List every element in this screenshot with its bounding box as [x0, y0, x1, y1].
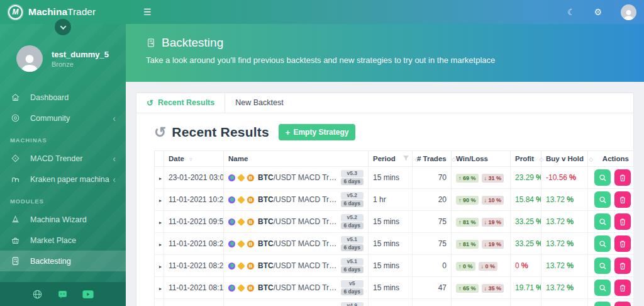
- settings-gear-icon[interactable]: ⚙: [594, 8, 602, 16]
- row-expander-icon[interactable]: ▸: [159, 176, 162, 181]
- trash-icon: [619, 218, 626, 226]
- bitcoin-icon: B: [247, 241, 254, 247]
- page-subtitle: Take a look around you'll find previous …: [146, 55, 644, 65]
- column-header-date[interactable]: Date ▿: [164, 151, 224, 167]
- delete-result-button[interactable]: [614, 302, 631, 306]
- loss-badge: ↓ 0 %: [479, 262, 498, 271]
- sidebar-item-machina-wizard[interactable]: Machina Wizard: [0, 209, 126, 230]
- profile-avatar[interactable]: [16, 45, 43, 72]
- strategy-name: BTC/USDT MACD Trender (Copy): [258, 217, 339, 226]
- profit-cell: 0%: [511, 255, 541, 277]
- sort-icon[interactable]: ◇: [452, 156, 456, 162]
- row-expander-cell: ▸: [155, 277, 164, 299]
- dark-mode-moon-icon[interactable]: ☾: [567, 8, 575, 16]
- sort-icon[interactable]: ▿: [189, 156, 192, 162]
- column-header-winloss[interactable]: Win/Loss: [452, 151, 511, 167]
- content-area: ↺ Recent Results New Backtest ↺ Recent R…: [126, 82, 644, 306]
- view-result-button[interactable]: [594, 235, 611, 252]
- user-avatar[interactable]: [621, 4, 636, 20]
- view-result-button[interactable]: [594, 280, 611, 296]
- name-cell: B BTC/USDT MACD Trender (Copy) v5.1 6 da…: [224, 233, 369, 255]
- person-icon: [622, 8, 635, 20]
- percent-icon: %: [567, 217, 574, 226]
- delete-result-button[interactable]: [614, 191, 631, 208]
- delete-result-button[interactable]: [614, 280, 631, 296]
- profile-collapse-chevron-icon[interactable]: [55, 19, 71, 35]
- win-badge: ↑ 81 %: [456, 218, 479, 227]
- win-badge: ↑ 90 %: [456, 196, 479, 205]
- date-cell: 11-01-2021 10:29: [164, 189, 224, 211]
- actions-cell: [588, 277, 634, 299]
- percent-icon: %: [567, 239, 574, 248]
- macd-trender-icon: [10, 154, 21, 163]
- tab-new-backtest[interactable]: New Backtest: [225, 93, 293, 113]
- sort-icon[interactable]: ◇: [589, 156, 593, 162]
- bitcoin-icon: B: [247, 263, 254, 269]
- column-header-name[interactable]: Name: [224, 151, 369, 167]
- table-row: ▸ 11-01-2021 09:53 B BTC/USDT MACD Trend…: [155, 211, 634, 233]
- percent-icon: %: [536, 239, 541, 248]
- backtesting-icon: [146, 38, 156, 48]
- column-header-trades[interactable]: # Trades ◇: [413, 151, 452, 167]
- altcoin-icon: [228, 263, 235, 269]
- sidebar-item-kraken-paper-machina[interactable]: Kraken paper machina ‹: [0, 169, 126, 190]
- sidebar-item-dashboard[interactable]: Dashboard: [0, 87, 126, 108]
- globe-icon[interactable]: [32, 289, 43, 300]
- binance-coin-icon: [237, 196, 245, 204]
- sidebar-item-market-place[interactable]: Market Place: [0, 230, 126, 251]
- profile-text: test_dummy_5 Bronze: [52, 50, 109, 68]
- view-result-button[interactable]: [594, 302, 611, 306]
- winloss-cell: ↑ 69 %↓ 31 %: [452, 167, 511, 189]
- history-icon: ↺: [154, 125, 166, 140]
- top-bar-icons: ☾ ⚙: [567, 4, 636, 20]
- version-badge: v5.1 6 days: [341, 258, 364, 273]
- column-header-period[interactable]: Period ◇: [369, 151, 413, 167]
- view-result-button[interactable]: [594, 191, 611, 208]
- period-cell: 1 hr: [369, 189, 413, 211]
- basket-icon: [10, 235, 21, 245]
- version-badge: v5.1 6 days: [341, 236, 364, 251]
- percent-icon: %: [521, 261, 528, 270]
- altcoin-icon: [228, 241, 235, 247]
- row-expander-icon[interactable]: ▸: [159, 286, 162, 292]
- winloss-cell: ↑ 0 %↓ 0 %: [452, 255, 511, 277]
- view-result-button[interactable]: [594, 213, 611, 230]
- period-cell: 15 mins: [369, 255, 413, 277]
- youtube-icon[interactable]: [82, 290, 94, 299]
- name-cell: B BTC/USDT MACD Trender (Copy) v5.2 6 da…: [224, 211, 369, 233]
- sidebar-item-label: Backtesting: [30, 257, 71, 266]
- column-header-buyvhold[interactable]: Buy v Hold ◇: [541, 151, 588, 167]
- winloss-cell: ↑ 81 %↓ 19 %: [452, 233, 511, 255]
- column-header-profit[interactable]: Profit ◇: [511, 151, 541, 167]
- filter-icon[interactable]: [402, 155, 409, 162]
- row-expander-icon[interactable]: ▸: [159, 264, 162, 269]
- sidebar-item-macd-trender[interactable]: MACD Trender ‹: [0, 148, 126, 169]
- date-cell: 11-01-2021 08:04: [164, 299, 224, 306]
- row-expander-icon[interactable]: ▸: [159, 220, 162, 225]
- sidebar-item-community[interactable]: Community ‹: [0, 108, 126, 128]
- row-expander-icon[interactable]: ▸: [159, 242, 162, 247]
- date-cell: 11-01-2021 08:25: [164, 233, 224, 255]
- bitcoin-icon: B: [247, 196, 254, 203]
- hamburger-menu-icon[interactable]: ☰: [143, 7, 152, 17]
- row-expander-icon[interactable]: ▸: [159, 198, 162, 203]
- altcoin-icon: [228, 285, 235, 292]
- profit-cell: 19.71%: [511, 277, 541, 299]
- tab-recent-results[interactable]: ↺ Recent Results: [136, 93, 225, 113]
- actions-cell: [588, 255, 634, 277]
- strategy-name: BTC/USDT MACD Trender (Copy): [258, 239, 339, 248]
- delete-result-button[interactable]: [614, 258, 631, 274]
- chat-icon[interactable]: [57, 289, 68, 300]
- winloss-cell: ↑ 81 %↓ 19 %: [452, 211, 511, 233]
- sidebar-item-backtesting[interactable]: Backtesting: [0, 251, 126, 271]
- win-badge: ↑ 0 %: [456, 262, 475, 271]
- delete-result-button[interactable]: [614, 213, 631, 230]
- sort-icon[interactable]: ◇: [539, 156, 543, 162]
- delete-result-button[interactable]: [614, 235, 631, 252]
- view-result-button[interactable]: [594, 169, 611, 186]
- delete-result-button[interactable]: [614, 169, 631, 186]
- trash-icon: [619, 196, 626, 204]
- sidebar: test_dummy_5 Bronze Dashboard Community …: [0, 24, 126, 306]
- empty-strategy-button[interactable]: + Empty Strategy: [279, 124, 356, 140]
- view-result-button[interactable]: [594, 258, 611, 274]
